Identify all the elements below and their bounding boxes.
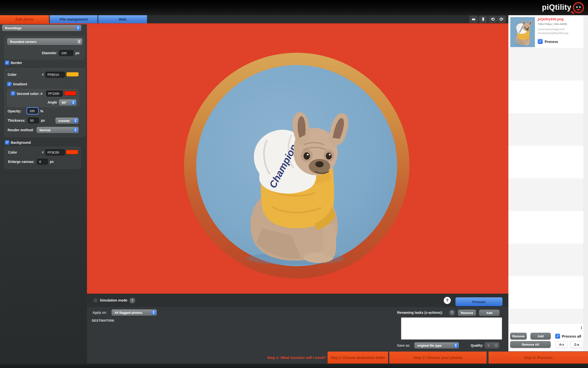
logo-eye-icon — [576, 6, 578, 8]
second-color-swatch[interactable] — [64, 91, 76, 95]
rotate-left-button[interactable]: ⟲ — [489, 16, 497, 23]
sort-za-button[interactable]: Z-a — [570, 341, 583, 348]
stepper-icon — [453, 343, 458, 348]
second-color-checkbox[interactable] — [11, 91, 15, 96]
sidebar-add-button[interactable]: Add — [530, 333, 551, 340]
sidebar-remove-button[interactable]: Remove — [510, 333, 527, 340]
file-path-line1: /Users/moonappcom/ — [538, 28, 564, 31]
rotate-left-icon: ⟲ — [491, 16, 495, 22]
remove-button-label: Remove — [461, 311, 473, 315]
photo-thumbnail[interactable] — [510, 17, 535, 47]
presets-button-label: Presets — [472, 300, 486, 304]
render-method-dropdown[interactable]: Normal — [37, 127, 79, 133]
stepper-icon — [77, 39, 81, 44]
apply-on-dropdown[interactable]: All flagged photos — [111, 309, 157, 316]
angle-dropdown[interactable]: 90° — [59, 99, 76, 106]
question-icon: ? — [446, 298, 448, 303]
question-icon: ? — [451, 311, 453, 315]
border-label: Border — [11, 61, 22, 65]
border-color-value: FFB21A — [48, 73, 59, 77]
angle-value: 90° — [62, 101, 67, 105]
photo-preview-canvas[interactable]: Champion — [87, 23, 508, 294]
renaming-remove-button[interactable]: Remove — [458, 310, 476, 316]
thickness-input[interactable]: 50 — [28, 118, 39, 123]
function-groupbox: Rounded corners Diameter 100 px — [4, 36, 85, 59]
second-color-input[interactable]: FF1200 — [46, 91, 63, 97]
sidebar-add-label: Add — [538, 334, 544, 338]
accent-divider — [0, 23, 508, 24]
simulation-mode-label: Simulation mode — [100, 298, 127, 302]
render-method-label: Render method: — [8, 128, 34, 132]
second-color-label: Second color: # — [17, 92, 42, 96]
function-dropdown[interactable]: Rounded corners — [7, 38, 82, 45]
diameter-value: 100 — [61, 51, 67, 55]
presets-button[interactable]: Presets — [455, 297, 502, 306]
flip-horizontal-button[interactable]: ⬌ — [469, 16, 478, 23]
enlarge-canvas-input[interactable]: 0 — [37, 159, 48, 165]
tab-label: Edit photo — [15, 17, 34, 21]
background-color-input[interactable]: FF3C00 — [45, 149, 65, 156]
diameter-unit: px — [75, 51, 79, 55]
diameter-input[interactable]: 100 — [59, 50, 73, 56]
opacity-label: Opacity: — [8, 109, 21, 113]
background-label: Background — [11, 141, 31, 145]
category-dropdown[interactable]: Roundings — [2, 25, 81, 31]
save-as-label: Save as: — [397, 343, 410, 347]
border-groupbox: Color # FFB21A Gradient Second color: # … — [4, 68, 85, 137]
hash-symbol: # — [42, 150, 44, 154]
gradient-label: Gradient — [13, 82, 27, 86]
process-checkbox[interactable] — [538, 39, 543, 44]
remove-all-button[interactable]: Remove All — [510, 341, 551, 348]
app-window: piQtility Edit photo File mangement Web … — [0, 0, 588, 368]
tab-edit-photo[interactable]: Edit photo — [0, 15, 49, 23]
border-color-swatch[interactable] — [66, 72, 79, 77]
flip-vertical-button[interactable]: ⬍ — [479, 16, 487, 23]
footer-bar — [0, 364, 588, 368]
tab-web[interactable]: Web — [98, 15, 147, 23]
step3-button[interactable]: Step 3: Choose your photos — [389, 352, 487, 364]
photo-list-sidebar: piQtility930.png 746x734px | 564.44KB /U… — [508, 15, 588, 351]
tab-file-management[interactable]: File mangement — [50, 15, 98, 23]
opacity-input[interactable]: 100 — [27, 108, 38, 114]
file-name[interactable]: piQtility930.png — [538, 17, 564, 21]
stepper-icon — [73, 128, 78, 132]
process-all-checkbox[interactable] — [555, 334, 560, 339]
edit-controls-panel: Roundings Rounded corners Diameter 100 p… — [0, 23, 87, 368]
stepper-icon — [76, 26, 80, 30]
sort-za-label: Z-a — [574, 343, 579, 346]
scrollbar[interactable] — [584, 15, 588, 351]
process-label: Process — [545, 40, 558, 44]
renaming-tasks-textarea[interactable] — [401, 317, 502, 340]
step1-button[interactable]: Step 1: What function will I need? — [266, 352, 327, 364]
category-dropdown-value: Roundings — [5, 26, 22, 30]
border-color-input[interactable]: FFB21A — [45, 72, 65, 78]
simulation-help-button[interactable]: ? — [129, 298, 135, 303]
presets-help-button[interactable]: ? — [444, 297, 451, 304]
border-color-label: Color — [8, 73, 17, 77]
simulation-strip: Simulation mode ? ? Presets — [87, 294, 508, 306]
step4-button[interactable]: Step 4: Process! — [489, 352, 588, 364]
flip-vertical-icon: ⬍ — [481, 16, 485, 22]
flip-horizontal-icon: ⬌ — [472, 16, 476, 22]
apply-on-value: All flagged photos — [114, 311, 142, 315]
renaming-help-button[interactable]: ? — [449, 310, 455, 315]
background-checkbox[interactable] — [5, 140, 9, 145]
logo-eye-icon — [579, 6, 581, 8]
save-as-dropdown[interactable]: original file type — [414, 342, 459, 349]
thickness-mode-value: outside — [58, 119, 70, 123]
border-checkbox[interactable] — [5, 61, 9, 65]
apply-on-label: Apply on: — [93, 311, 107, 315]
logo-mouth-icon — [577, 9, 580, 11]
sort-az-button[interactable]: A-z — [555, 341, 568, 348]
renaming-add-button[interactable]: Add — [479, 310, 500, 316]
rotate-right-button[interactable]: ⟳ — [497, 16, 506, 23]
background-color-swatch[interactable] — [66, 150, 78, 154]
step2-button[interactable]: Step 2: Choose destination folder — [328, 352, 388, 364]
thickness-value: 50 — [30, 119, 34, 122]
simulation-mode-checkbox[interactable] — [93, 298, 98, 302]
thickness-mode-dropdown[interactable]: outside — [55, 118, 79, 124]
logo-magnifier-handle-icon — [571, 11, 575, 14]
enlarge-canvas-unit: px — [50, 160, 54, 164]
gradient-checkbox[interactable] — [7, 82, 12, 86]
quality-dropdown[interactable]: 9 — [485, 342, 499, 349]
